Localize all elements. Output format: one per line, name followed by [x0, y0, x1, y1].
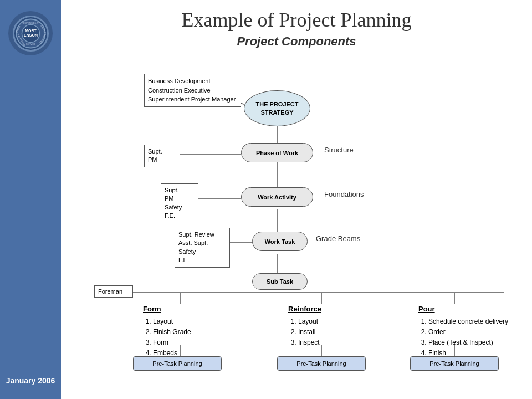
company-logo: RESPONSIBILITY SERVICE TRUST SAFETY STEW…	[8, 11, 53, 55]
list-item: Place (Test & Inspect)	[428, 337, 508, 348]
phase-of-work-box: Phase of Work	[241, 143, 313, 162]
list-item: Inspect	[298, 337, 321, 348]
list-item: Layout	[298, 316, 321, 327]
roles-box: Business Development Construction Execut…	[144, 74, 241, 107]
foreman-box: Foreman	[94, 285, 133, 298]
page-title: Example of Project Planning	[72, 8, 521, 32]
pour-title: Pour	[418, 304, 508, 315]
work-activity-box: Work Activity	[241, 187, 313, 207]
list-item: Schedule concrete delivery	[428, 316, 508, 327]
main-content: Example of Project Planning Project Comp…	[61, 0, 532, 399]
list-item: Form	[153, 337, 191, 348]
foundations-label: Foundations	[324, 190, 364, 198]
grade-beams-label: Grade Beams	[316, 234, 360, 243]
list-item: Layout	[153, 316, 191, 327]
pre-task-button-3[interactable]: Pre-Task Planning	[410, 356, 499, 371]
form-title: Form	[143, 304, 191, 315]
form-list: Form Layout Finish Grade Form Embeds	[143, 304, 191, 359]
structure-label: Structure	[324, 146, 354, 154]
pre-task-button-1[interactable]: Pre-Task Planning	[133, 356, 222, 371]
section-title: Project Components	[72, 34, 521, 49]
supt-pm-box: Supt. PM	[144, 145, 180, 167]
svg-text:ENSON: ENSON	[24, 33, 38, 37]
diagram-area: Business Development Construction Execut…	[72, 57, 521, 378]
sidebar-date: January 2006	[6, 376, 55, 393]
supt-pm-safety-box: Supt. PM Safety F.E.	[161, 183, 198, 223]
reinforce-list: Reinforce Layout Install Inspect	[288, 304, 321, 348]
list-item: Finish Grade	[153, 327, 191, 337]
list-item: Order	[428, 327, 508, 337]
form-items: Layout Finish Grade Form Embeds	[143, 316, 191, 359]
svg-text:SERVICE: SERVICE	[25, 43, 35, 45]
reinforce-title: Reinforce	[288, 304, 321, 315]
strategy-oval: THE PROJECT STRATEGY	[244, 90, 310, 126]
reinforce-items: Layout Install Inspect	[288, 316, 321, 349]
supt-review-box: Supt. Review Asst. Supt. Safety F.E.	[175, 228, 230, 268]
sidebar: RESPONSIBILITY SERVICE TRUST SAFETY STEW…	[0, 0, 61, 399]
sub-task-box: Sub Task	[252, 273, 308, 290]
pre-task-button-2[interactable]: Pre-Task Planning	[277, 356, 366, 371]
svg-text:MORT: MORT	[25, 29, 37, 33]
work-task-box: Work Task	[252, 232, 308, 251]
list-item: Install	[298, 327, 321, 337]
svg-text:RESPONSIBILITY: RESPONSIBILITY	[22, 22, 40, 24]
